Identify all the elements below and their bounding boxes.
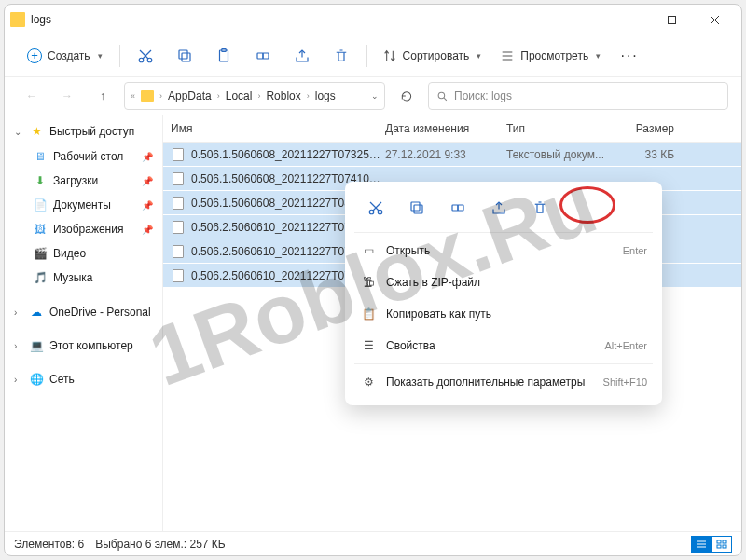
sidebar-item-downloads[interactable]: ⬇ Загрузки 📌	[5, 169, 162, 193]
chevron-down-icon: ⌄	[14, 127, 23, 137]
chevron-down-icon[interactable]: ⌄	[371, 91, 379, 101]
sidebar-network[interactable]: › 🌐 Сеть	[5, 366, 162, 392]
rename-button[interactable]	[245, 40, 281, 72]
breadcrumb-segment[interactable]: Roblox	[264, 89, 302, 102]
column-size[interactable]: Размер	[609, 122, 674, 135]
file-name: 0.506.1.5060608_20211227T073259Z_Playe..…	[191, 148, 385, 161]
copy-button[interactable]	[167, 40, 202, 72]
cm-copy-path[interactable]: 📋 Копировать как путь	[351, 298, 656, 330]
sidebar: ⌄ ★ Быстрый доступ 🖥 Рабочий стол 📌 ⬇ За…	[5, 115, 163, 531]
column-name[interactable]: Имя	[171, 122, 385, 135]
network-icon: 🌐	[29, 372, 44, 387]
cm-copy-button[interactable]	[399, 193, 435, 223]
sidebar-onedrive[interactable]: › ☁ OneDrive - Personal	[5, 299, 162, 325]
svg-rect-1	[668, 16, 675, 23]
cm-rename-button[interactable]	[440, 193, 476, 223]
svg-rect-23	[723, 540, 726, 543]
cm-zip[interactable]: 🗜 Сжать в ZIP-файл	[351, 266, 656, 298]
titlebar: logs	[5, 5, 741, 34]
cut-button[interactable]	[128, 40, 163, 72]
chevron-right-icon: ›	[14, 341, 23, 351]
delete-button[interactable]	[324, 40, 359, 72]
file-icon	[171, 171, 186, 186]
file-type: Текстовый докум...	[506, 148, 609, 161]
close-button[interactable]	[693, 5, 736, 34]
cm-label: Свойства	[386, 339, 435, 352]
search-icon	[436, 90, 449, 102]
share-button[interactable]	[284, 40, 320, 72]
divider	[354, 363, 653, 364]
download-icon: ⬇	[33, 173, 48, 188]
cm-open[interactable]: ▭ Открыть Enter	[351, 235, 656, 266]
zip-icon: 🗜	[360, 274, 377, 291]
file-icon	[171, 268, 186, 283]
sort-button[interactable]: Сортировать ▾	[375, 43, 490, 69]
search-input[interactable]: Поиск: logs	[428, 82, 728, 110]
cm-delete-button[interactable]	[522, 193, 558, 223]
more-button[interactable]: ···	[612, 48, 647, 64]
svg-rect-13	[263, 53, 269, 59]
chevron-right-icon: ›	[257, 91, 260, 101]
pc-icon: 💻	[29, 338, 44, 353]
breadcrumb-segment[interactable]: AppData	[166, 89, 214, 102]
view-icon	[500, 48, 515, 63]
copy-path-icon: 📋	[360, 306, 377, 322]
video-icon: 🎬	[33, 246, 48, 261]
context-menu-icons	[351, 189, 656, 230]
column-headers: Имя Дата изменения Тип Размер	[163, 115, 741, 143]
chevron-left-icon: «	[131, 91, 135, 101]
file-size: 33 КБ	[609, 148, 674, 161]
breadcrumb-segment[interactable]: logs	[313, 89, 338, 102]
sidebar-item-label: Музыка	[53, 271, 92, 284]
icons-view-button[interactable]	[711, 536, 732, 553]
status-selection: Выбрано 6 элем.: 257 КБ	[95, 538, 226, 551]
cm-shortcut: Shift+F10	[603, 376, 647, 388]
column-type[interactable]: Тип	[506, 122, 609, 135]
chevron-right-icon: ›	[14, 307, 23, 318]
svg-rect-22	[717, 540, 721, 543]
breadcrumb[interactable]: « › AppData › Local › Roblox › logs ⌄	[124, 82, 385, 110]
minimize-button[interactable]	[607, 5, 650, 34]
file-row[interactable]: 0.506.1.5060608_20211227T073259Z_Playe..…	[163, 143, 741, 167]
breadcrumb-segment[interactable]: Local	[224, 89, 255, 102]
sidebar-item-label: Документы	[53, 198, 111, 212]
sidebar-label: Сеть	[49, 373, 75, 386]
back-button[interactable]: ←	[18, 83, 46, 109]
forward-button[interactable]: →	[53, 83, 81, 109]
sidebar-item-pictures[interactable]: 🖼 Изображения 📌	[5, 217, 162, 241]
sidebar-this-pc[interactable]: › 💻 Этот компьютер	[5, 333, 162, 359]
sidebar-item-documents[interactable]: 📄 Документы 📌	[5, 193, 162, 217]
sidebar-label: Этот компьютер	[49, 339, 133, 352]
window-title: logs	[31, 13, 51, 26]
cm-label: Открыть	[386, 244, 430, 257]
cm-properties[interactable]: ☰ Свойства Alt+Enter	[351, 330, 656, 362]
maximize-button[interactable]	[650, 5, 693, 34]
file-date: 27.12.2021 9:33	[385, 148, 506, 161]
paste-button[interactable]	[206, 40, 242, 72]
sidebar-item-label: Рабочий стол	[53, 150, 123, 163]
svg-rect-30	[414, 205, 422, 213]
refresh-button[interactable]	[393, 83, 421, 109]
cm-cut-button[interactable]	[358, 193, 394, 223]
sidebar-item-music[interactable]: 🎵 Музыка	[5, 266, 162, 290]
column-date[interactable]: Дата изменения	[385, 122, 506, 135]
cm-label: Сжать в ZIP-файл	[386, 276, 480, 289]
up-button[interactable]: ↑	[89, 83, 117, 109]
sidebar-item-desktop[interactable]: 🖥 Рабочий стол 📌	[5, 144, 162, 169]
details-view-button[interactable]	[691, 536, 711, 553]
file-icon	[171, 244, 186, 259]
cm-label: Копировать как путь	[386, 307, 491, 321]
chevron-right-icon: ›	[159, 91, 162, 101]
cm-share-button[interactable]	[481, 193, 517, 223]
create-button[interactable]: + Создать ▾	[18, 43, 112, 69]
divider	[366, 45, 367, 67]
sidebar-item-label: Изображения	[53, 223, 123, 236]
sidebar-quick-access[interactable]: ⌄ ★ Быстрый доступ	[5, 118, 162, 144]
chevron-down-icon: ▾	[98, 51, 103, 61]
file-icon	[171, 196, 186, 211]
pin-icon: 📌	[142, 200, 153, 211]
view-button[interactable]: Просмотреть ▾	[492, 43, 608, 69]
sidebar-item-videos[interactable]: 🎬 Видео	[5, 241, 162, 266]
sort-label: Сортировать	[403, 49, 470, 62]
cm-show-more[interactable]: ⚙ Показать дополнительные параметры Shif…	[351, 366, 656, 398]
